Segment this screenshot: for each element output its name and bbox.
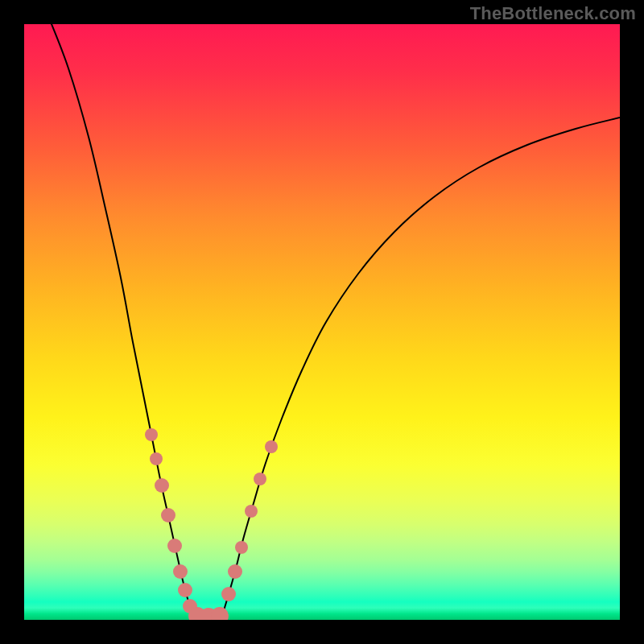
plot-area [24,24,620,620]
chart-frame: TheBottleneck.com [0,0,644,644]
watermark-label: TheBottleneck.com [470,3,636,24]
curve-svg [24,24,620,620]
data-marker [155,478,169,493]
data-marker [173,564,188,579]
data-marker [211,607,229,620]
data-marker [265,440,278,453]
data-marker [228,564,242,579]
data-marker [167,539,182,553]
data-marker [145,428,158,441]
data-marker [161,508,175,522]
data-marker [178,583,192,597]
data-markers [145,428,278,620]
data-marker [254,473,266,485]
data-marker [150,452,163,465]
data-marker [235,541,248,554]
left-curve-path [48,24,196,618]
data-marker [245,505,258,518]
right-curve-path [221,118,620,618]
data-marker [221,587,236,601]
